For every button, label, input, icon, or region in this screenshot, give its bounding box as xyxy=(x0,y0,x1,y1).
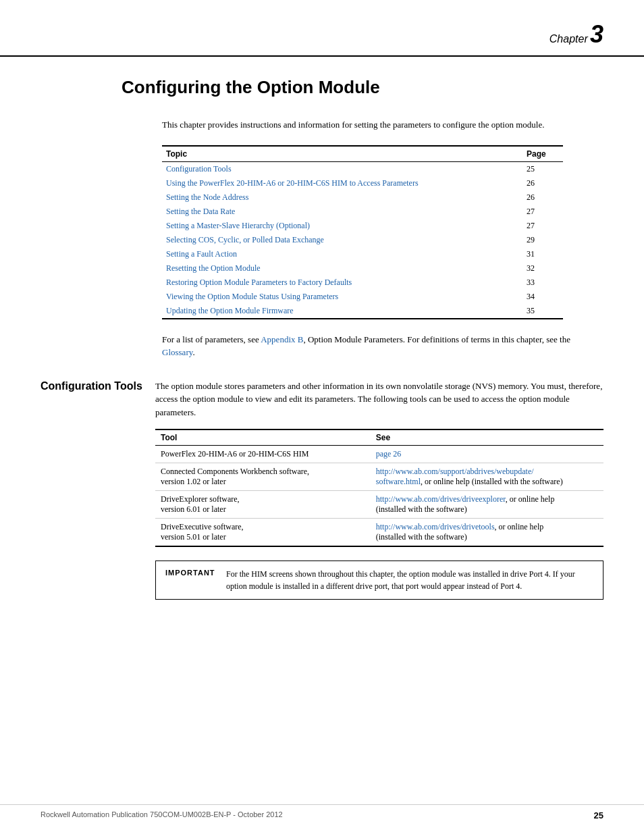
tool-name-cell: DriveExecutive software, version 5.01 or… xyxy=(155,519,371,547)
toc-topic-link[interactable]: Restoring Option Module Parameters to Fa… xyxy=(166,278,352,287)
tool-see-link[interactable]: page 26 xyxy=(376,449,402,459)
glossary-link[interactable]: Glossary xyxy=(162,347,192,357)
important-box: IMPORTANT For the HIM screens shown thro… xyxy=(155,561,603,600)
footer-left: Rockwell Automation Publication 750COM-U… xyxy=(41,810,283,820)
tools-row: DriveExecutive software, version 5.01 or… xyxy=(155,519,603,547)
toc-page-cell: 29 xyxy=(522,233,563,247)
toc-page-cell: 31 xyxy=(522,247,563,261)
toc-row: Configuration Tools25 xyxy=(162,161,563,176)
appendix-text-mid: , Option Module Parameters. For definiti… xyxy=(303,334,570,344)
toc-page-cell: 26 xyxy=(522,190,563,205)
important-label: IMPORTANT xyxy=(165,568,226,592)
toc-topic-cell: Updating the Option Module Firmware xyxy=(162,304,522,319)
toc-row: Setting a Fault Action31 xyxy=(162,247,563,261)
tool-name-cell: Connected Components Workbench software,… xyxy=(155,463,371,491)
toc-row: Setting a Master-Slave Hierarchy (Option… xyxy=(162,219,563,233)
toc-row: Viewing the Option Module Status Using P… xyxy=(162,290,563,304)
see-col-header: See xyxy=(371,429,603,446)
tool-see-extra: , or online help (installed with the sof… xyxy=(421,477,563,486)
toc-topic-header: Topic xyxy=(162,146,522,162)
toc-page-cell: 27 xyxy=(522,205,563,219)
toc-topic-link[interactable]: Viewing the Option Module Status Using P… xyxy=(166,292,338,301)
toc-topic-cell: Using the PowerFlex 20-HIM-A6 or 20-HIM-… xyxy=(162,176,522,190)
main-content: Configuring the Option Module This chapt… xyxy=(0,77,644,600)
toc-page-header: Page xyxy=(522,146,563,162)
chapter-header: Chapter 3 xyxy=(0,0,644,57)
chapter-title: Configuring the Option Module xyxy=(122,77,603,98)
intro-paragraph: This chapter provides instructions and i… xyxy=(162,118,603,132)
toc-topic-cell: Setting the Data Rate xyxy=(162,205,522,219)
appendix-paragraph: For a list of parameters, see Appendix B… xyxy=(162,333,603,359)
toc-topic-link[interactable]: Setting a Master-Slave Hierarchy (Option… xyxy=(166,221,310,230)
tool-name-cell: PowerFlex 20-HIM-A6 or 20-HIM-C6S HIM xyxy=(155,446,371,463)
toc-page-cell: 27 xyxy=(522,219,563,233)
toc-topic-cell: Viewing the Option Module Status Using P… xyxy=(162,290,522,304)
tools-row: DriveExplorer software, version 6.01 or … xyxy=(155,491,603,519)
toc-page-cell: 34 xyxy=(522,290,563,304)
toc-row: Restoring Option Module Parameters to Fa… xyxy=(162,276,563,290)
tool-see-cell: page 26 xyxy=(371,446,603,463)
toc-topic-cell: Configuration Tools xyxy=(162,161,522,176)
toc-topic-link[interactable]: Resetting the Option Module xyxy=(166,263,261,273)
toc-topic-link[interactable]: Selecting COS, Cyclic, or Polled Data Ex… xyxy=(166,235,324,244)
toc-topic-link[interactable]: Setting the Node Address xyxy=(166,192,248,202)
toc-row: Setting the Data Rate27 xyxy=(162,205,563,219)
toc-topic-link[interactable]: Setting a Fault Action xyxy=(166,249,237,259)
tool-see-link[interactable]: http://www.ab.com/support/abdrives/webup… xyxy=(376,467,534,476)
section-body: The option module stores parameters and … xyxy=(155,380,603,600)
tools-table: Tool See PowerFlex 20-HIM-A6 or 20-HIM-C… xyxy=(155,429,603,547)
section-heading: Configuration Tools xyxy=(41,380,155,600)
appendix-b-link[interactable]: Appendix B xyxy=(261,334,303,344)
appendix-text-before: For a list of parameters, see xyxy=(162,334,261,344)
tool-see-link2[interactable]: software.html xyxy=(376,477,421,486)
tool-see-cell: http://www.ab.com/drives/drivetools, or … xyxy=(371,519,603,547)
config-tools-section: Configuration Tools The option module st… xyxy=(41,380,603,600)
toc-page-cell: 32 xyxy=(522,261,563,276)
footer: Rockwell Automation Publication 750COM-U… xyxy=(0,804,644,820)
chapter-label: Chapter xyxy=(549,33,588,45)
toc-table: Topic Page Configuration Tools25Using th… xyxy=(162,145,563,319)
toc-row: Setting the Node Address26 xyxy=(162,190,563,205)
toc-topic-cell: Setting a Master-Slave Hierarchy (Option… xyxy=(162,219,522,233)
toc-row: Using the PowerFlex 20-HIM-A6 or 20-HIM-… xyxy=(162,176,563,190)
toc-topic-link[interactable]: Using the PowerFlex 20-HIM-A6 or 20-HIM-… xyxy=(166,178,419,188)
tool-name-cell: DriveExplorer software, version 6.01 or … xyxy=(155,491,371,519)
toc-topic-link[interactable]: Setting the Data Rate xyxy=(166,207,235,216)
tool-col-header: Tool xyxy=(155,429,371,446)
toc-page-cell: 26 xyxy=(522,176,563,190)
toc-page-cell: 35 xyxy=(522,304,563,319)
toc-row: Selecting COS, Cyclic, or Polled Data Ex… xyxy=(162,233,563,247)
toc-row: Resetting the Option Module32 xyxy=(162,261,563,276)
tools-row: PowerFlex 20-HIM-A6 or 20-HIM-C6S HIMpag… xyxy=(155,446,603,463)
tools-row: Connected Components Workbench software,… xyxy=(155,463,603,491)
toc-topic-cell: Restoring Option Module Parameters to Fa… xyxy=(162,276,522,290)
tool-see-link[interactable]: http://www.ab.com/drives/drivetools xyxy=(376,522,495,531)
important-text: For the HIM screens shown throughout thi… xyxy=(226,568,593,592)
tool-see-cell: http://www.ab.com/support/abdrives/webup… xyxy=(371,463,603,491)
toc-page-cell: 33 xyxy=(522,276,563,290)
tool-see-cell: http://www.ab.com/drives/driveexplorer, … xyxy=(371,491,603,519)
footer-right: 25 xyxy=(594,810,603,820)
toc-topic-link[interactable]: Configuration Tools xyxy=(166,164,232,174)
toc-topic-cell: Selecting COS, Cyclic, or Polled Data Ex… xyxy=(162,233,522,247)
chapter-number: 3 xyxy=(590,20,603,48)
tool-see-link[interactable]: http://www.ab.com/drives/driveexplorer xyxy=(376,494,506,504)
toc-topic-cell: Resetting the Option Module xyxy=(162,261,522,276)
page: Chapter 3 Configuring the Option Module … xyxy=(0,0,644,834)
toc-topic-cell: Setting a Fault Action xyxy=(162,247,522,261)
section-paragraph: The option module stores parameters and … xyxy=(155,380,603,419)
toc-row: Updating the Option Module Firmware35 xyxy=(162,304,563,319)
toc-topic-cell: Setting the Node Address xyxy=(162,190,522,205)
toc-page-cell: 25 xyxy=(522,161,563,176)
toc-topic-link[interactable]: Updating the Option Module Firmware xyxy=(166,306,294,315)
appendix-text-end: . xyxy=(192,347,194,357)
